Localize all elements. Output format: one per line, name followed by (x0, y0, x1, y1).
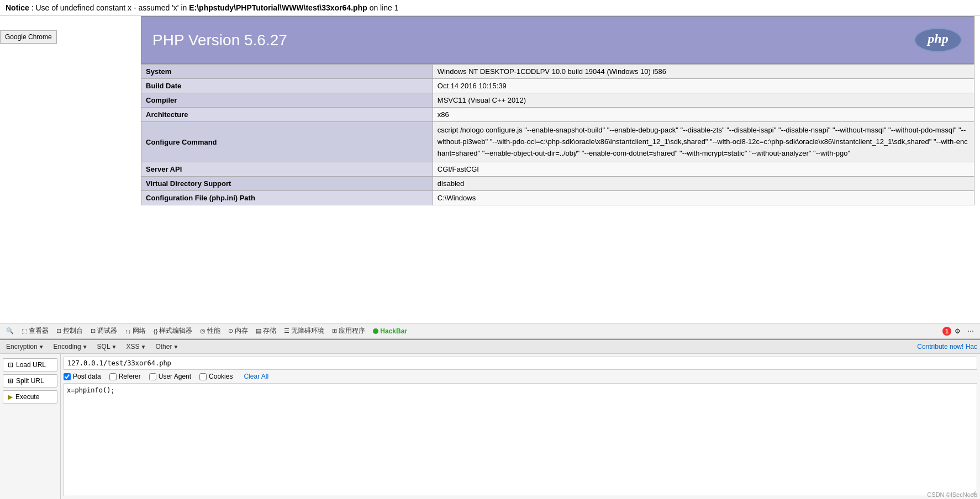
notice-line: 1 (394, 3, 399, 12)
table-key-cell: Build Date (141, 79, 433, 93)
table-row: Architecturex86 (141, 108, 974, 122)
svg-text:php: php (926, 31, 948, 46)
table-row: Server APICGI/FastCGI (141, 162, 974, 177)
table-value-cell: cscript /nologo configure.js "--enable-s… (433, 122, 974, 162)
php-logo-icon: php (913, 25, 963, 55)
php-header: PHP Version 5.6.27 php (141, 16, 974, 64)
table-row: CompilerMSVC11 (Visual C++ 2012) (141, 93, 974, 108)
table-key-cell: Virtual Directory Support (141, 177, 433, 191)
table-key-cell: Compiler (141, 93, 433, 108)
table-row: Configuration File (php.ini) PathC:\Wind… (141, 191, 974, 205)
table-row: Build DateOct 14 2016 10:15:39 (141, 79, 974, 93)
table-value-cell: CGI/FastCGI (433, 162, 974, 177)
table-row: Configure Commandcscript /nologo configu… (141, 122, 974, 162)
table-value-cell: Oct 14 2016 10:15:39 (433, 79, 974, 93)
table-value-cell: C:\Windows (433, 191, 974, 205)
table-key-cell: Server API (141, 162, 433, 177)
notice-label: Notice (6, 3, 29, 12)
table-key-cell: Configure Command (141, 122, 433, 162)
notice-message: : Use of undefined constant x - assumed … (31, 3, 189, 12)
php-content: PHP Version 5.6.27 php SystemWindows NT … (141, 16, 974, 205)
google-chrome-button[interactable]: Google Chrome (0, 30, 57, 44)
notice-bar: Notice : Use of undefined constant x - a… (0, 0, 980, 16)
table-value-cell: Windows NT DESKTOP-1CDDLPV 10.0 build 19… (433, 65, 974, 79)
table-row: SystemWindows NT DESKTOP-1CDDLPV 10.0 bu… (141, 65, 974, 79)
table-value-cell: disabled (433, 177, 974, 191)
table-value-cell: x86 (433, 108, 974, 122)
table-key-cell: Configuration File (php.ini) Path (141, 191, 433, 205)
table-key-cell: System (141, 65, 433, 79)
notice-suffix: on line (370, 3, 394, 12)
php-version-title: PHP Version 5.6.27 (152, 31, 287, 49)
table-row: Virtual Directory Supportdisabled (141, 177, 974, 191)
table-key-cell: Architecture (141, 108, 433, 122)
notice-path: E:\phpstudy\PHPTutorial\WWW\test\33xor64… (189, 3, 367, 12)
php-info-table: SystemWindows NT DESKTOP-1CDDLPV 10.0 bu… (141, 64, 974, 205)
table-value-cell: MSVC11 (Visual C++ 2012) (433, 93, 974, 108)
